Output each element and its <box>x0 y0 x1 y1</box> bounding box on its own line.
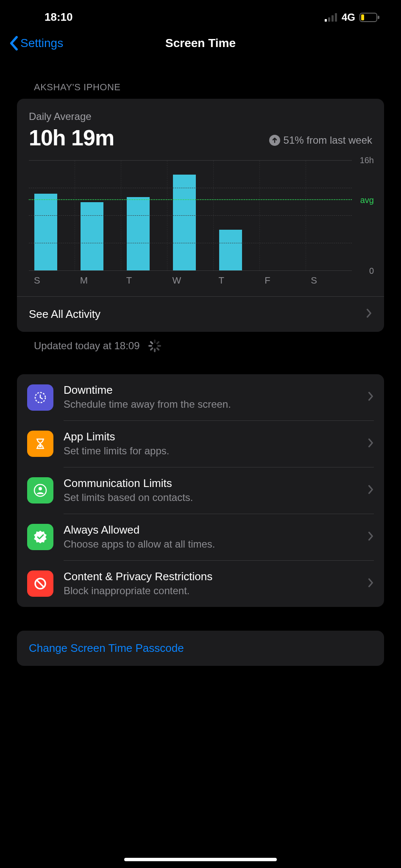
option-row-always-allowed[interactable]: Always AllowedChoose apps to allow at al… <box>17 514 384 560</box>
chevron-right-icon <box>366 308 372 321</box>
x-tick: S <box>29 275 75 286</box>
chevron-right-icon <box>368 578 374 589</box>
svg-rect-0 <box>325 19 327 22</box>
spinner-icon <box>148 339 161 352</box>
chart-bar <box>75 161 121 271</box>
status-right: 4G <box>325 11 380 23</box>
chevron-right-icon <box>368 531 374 542</box>
clock-icon <box>27 384 53 411</box>
option-title: Downtime <box>64 384 360 397</box>
change-passcode-row[interactable]: Change Screen Time Passcode <box>17 631 384 666</box>
back-label: Settings <box>20 36 63 50</box>
x-tick: F <box>259 275 306 286</box>
chart-bar <box>259 161 306 271</box>
option-row-downtime[interactable]: DowntimeSchedule time away from the scre… <box>17 374 384 420</box>
x-tick: M <box>75 275 121 286</box>
checkmark-seal-icon <box>27 524 53 550</box>
svg-line-11 <box>37 580 44 587</box>
back-button[interactable]: Settings <box>8 36 63 51</box>
chart-bar <box>167 161 213 271</box>
usage-summary-card: Daily Average 10h 19m 51% from last week… <box>17 99 384 332</box>
daily-average-value: 10h 19m <box>29 125 114 150</box>
options-list: DowntimeSchedule time away from the scre… <box>17 374 384 607</box>
svg-rect-6 <box>378 16 379 19</box>
option-title: Always Allowed <box>64 523 360 537</box>
chevron-right-icon <box>368 485 374 496</box>
delta-from-last-week: 51% from last week <box>269 134 372 146</box>
status-bar: 18:10 4G <box>0 0 401 30</box>
delta-text: 51% from last week <box>284 134 372 146</box>
svg-rect-2 <box>331 15 334 22</box>
svg-rect-5 <box>361 14 364 20</box>
chevron-right-icon <box>368 438 374 449</box>
updated-text: Updated today at 18:09 <box>34 340 140 352</box>
x-tick: T <box>121 275 167 286</box>
chart-bar <box>121 161 167 271</box>
avg-label: avg <box>360 195 374 205</box>
option-row-content-privacy-restrictions[interactable]: Content & Privacy RestrictionsBlock inap… <box>17 560 384 607</box>
y-min-label: 0 <box>369 266 374 276</box>
option-subtitle: Schedule time away from the screen. <box>64 398 360 410</box>
nav-bar: Settings Screen Time <box>0 30 401 61</box>
option-title: App Limits <box>64 430 360 443</box>
daily-average-label: Daily Average <box>29 111 114 122</box>
device-header: AKSHAY'S IPHONE <box>0 61 401 99</box>
see-all-label: See All Activity <box>29 308 100 321</box>
option-row-communication-limits[interactable]: Communication LimitsSet limits based on … <box>17 467 384 514</box>
option-subtitle: Set limits based on contacts. <box>64 492 360 504</box>
no-symbol-icon <box>27 570 53 597</box>
option-subtitle: Set time limits for apps. <box>64 445 360 457</box>
option-row-app-limits[interactable]: App LimitsSet time limits for apps. <box>17 420 384 467</box>
x-tick: T <box>213 275 259 286</box>
chart-bar <box>213 161 259 271</box>
svg-rect-1 <box>328 17 330 22</box>
option-title: Communication Limits <box>64 477 360 490</box>
usage-chart: 16h avg 0 SMTWTFS <box>17 150 384 296</box>
option-subtitle: Choose apps to allow at all times. <box>64 538 360 550</box>
chart-bar <box>306 161 352 271</box>
chart-bar <box>29 161 75 271</box>
see-all-activity-row[interactable]: See All Activity <box>17 296 384 332</box>
status-time: 18:10 <box>45 11 73 24</box>
chevron-right-icon <box>368 392 374 403</box>
y-max-label: 16h <box>360 156 374 165</box>
x-tick: S <box>306 275 352 286</box>
change-passcode-label: Change Screen Time Passcode <box>29 642 184 654</box>
arrow-up-circle-icon <box>269 135 280 146</box>
svg-rect-3 <box>335 13 337 22</box>
svg-point-9 <box>39 487 42 490</box>
person-circle-icon <box>27 477 53 504</box>
updated-row: Updated today at 18:09 <box>0 332 401 352</box>
hourglass-icon <box>27 431 53 457</box>
battery-icon <box>359 13 380 22</box>
cellular-signal-icon <box>325 13 337 22</box>
option-title: Content & Privacy Restrictions <box>64 570 360 583</box>
x-tick: W <box>167 275 214 286</box>
chevron-left-icon <box>8 36 19 51</box>
network-label: 4G <box>342 11 355 23</box>
option-subtitle: Block inappropriate content. <box>64 585 360 597</box>
home-indicator[interactable] <box>124 858 277 861</box>
